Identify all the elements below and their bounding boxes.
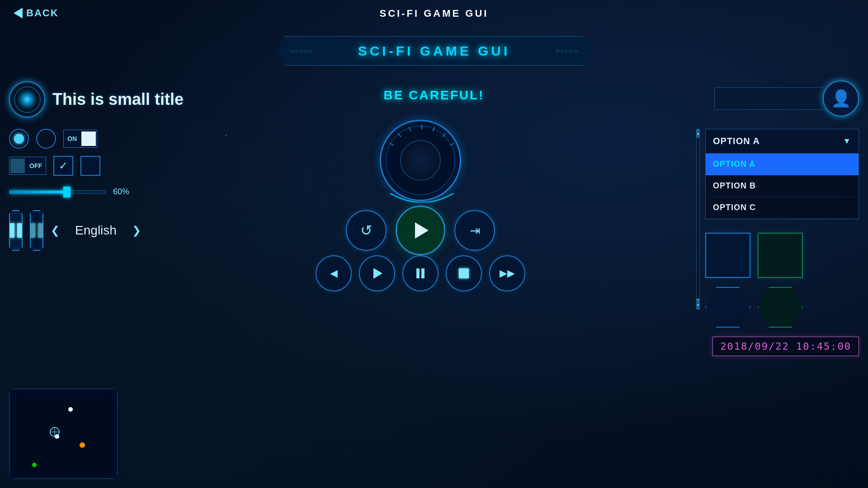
dropdown-container: OPTION A ▼ OPTION A OPTION B OPTION C (705, 129, 859, 219)
slider-thumb (63, 187, 71, 197)
radio-toggle-row: ON OFF ✓ (9, 129, 136, 176)
pause-icon-bottom (416, 268, 425, 278)
toggle-on-label: ON (64, 135, 80, 142)
user-icon: 👤 (831, 89, 851, 108)
lang-next-button[interactable]: ❯ (132, 224, 141, 237)
prev-icon: ◀ (330, 267, 338, 279)
next-button[interactable] (359, 255, 395, 291)
header-title: SCI-FI GAME GUI (358, 43, 510, 59)
circle-inner (21, 93, 33, 106)
dial-knob[interactable] (380, 120, 461, 201)
svg-line-9 (450, 143, 454, 145)
dial-container (380, 120, 461, 201)
square-button-1[interactable] (705, 233, 750, 278)
checkbox-unchecked[interactable] (80, 156, 100, 176)
svg-line-3 (390, 143, 394, 145)
scroll-container: ▲ ▼ (696, 129, 700, 310)
toggle-on[interactable]: ON (63, 130, 97, 148)
small-title: This is small title (52, 90, 184, 109)
dropdown-arrow-icon: ▼ (843, 136, 851, 146)
dropdown-option-c[interactable]: OPTION C (706, 197, 859, 219)
svg-line-4 (398, 133, 401, 137)
hexagon-button-2[interactable] (758, 287, 803, 328)
square-button-2[interactable] (758, 233, 803, 278)
header-panel: SCI-FI GAME GUI (276, 36, 592, 66)
bottom-controls: ◀ ▶▶ (316, 255, 525, 291)
stop-button[interactable] (446, 255, 482, 291)
left-controls: ON OFF ✓ 60% (9, 129, 136, 479)
replay-button[interactable]: ↺ (346, 210, 387, 251)
pause-bar-b-right (421, 268, 425, 278)
prev-button[interactable]: ◀ (316, 255, 352, 291)
toggle-off-label: OFF (26, 162, 46, 169)
right-top-panel: 👤 (714, 80, 859, 117)
dropdown-selected: OPTION A (713, 136, 760, 146)
scroll-down-button[interactable]: ▼ (696, 300, 700, 310)
top-bar: SCI-FI GAME GUI (0, 0, 868, 27)
pause-row: ❮ English ❯ (9, 210, 136, 251)
pause-bar2-right (38, 223, 42, 238)
scroll-track (696, 138, 700, 300)
pause-button-bottom[interactable] (402, 255, 439, 291)
dropdown-option-a[interactable]: OPTION A (706, 154, 859, 175)
lang-prev-button[interactable]: ❮ (51, 224, 60, 237)
main-area: ON OFF ✓ 60% (9, 129, 859, 479)
slider-row: 60% (9, 187, 136, 197)
radio-button-2[interactable] (36, 129, 56, 149)
radio-button-1[interactable] (9, 129, 29, 149)
fast-forward-icon: ▶▶ (500, 267, 515, 279)
right-panel: OPTION A ▼ OPTION A OPTION B OPTION C (705, 129, 859, 479)
fast-forward-button[interactable]: ▶▶ (489, 255, 525, 291)
back-button[interactable]: BACK (14, 7, 59, 19)
checkbox-checked[interactable]: ✓ (53, 156, 73, 176)
dropdown-option-b[interactable]: OPTION B (706, 175, 859, 197)
pause-bar-left (10, 223, 14, 238)
toggle-off[interactable]: OFF (9, 157, 46, 175)
datetime-container: 2018/09/22 10:45:00 (705, 337, 859, 356)
center-area: ▲ ▼ (145, 129, 696, 479)
slider-track[interactable] (9, 190, 106, 194)
be-careful-label: BE CAREFUL! (384, 88, 485, 103)
toggle-off-thumb (10, 159, 25, 173)
exit-icon: ⇥ (470, 223, 480, 238)
toggle-on-thumb (81, 131, 96, 146)
option-c-label: OPTION C (713, 203, 756, 212)
back-label: BACK (26, 7, 59, 19)
top-title: SCI-FI GAME GUI (380, 8, 489, 19)
dial-svg (381, 121, 462, 202)
pause-button-2[interactable] (30, 210, 43, 251)
user-avatar[interactable]: 👤 (823, 80, 859, 117)
slider-fill (9, 191, 67, 193)
option-b-label: OPTION B (713, 181, 756, 191)
pause-icon-1 (10, 223, 22, 238)
pause-button-1[interactable] (9, 210, 23, 251)
hexagon-row (705, 287, 859, 328)
play-button[interactable] (396, 206, 445, 255)
pause-icon-2 (31, 223, 42, 238)
hexagon-button-1[interactable] (705, 287, 750, 328)
aim-reticle (48, 425, 61, 439)
shape-buttons-row (705, 233, 859, 278)
svg-line-5 (409, 127, 410, 131)
pause-bar-right (17, 223, 22, 238)
next-icon (373, 268, 382, 279)
language-label: English (69, 223, 123, 238)
play-icon (415, 222, 429, 239)
dot-white (68, 407, 73, 412)
dropdown-list: OPTION A OPTION B OPTION C (705, 154, 859, 219)
checkmark-icon: ✓ (59, 160, 68, 172)
dot-orange (80, 442, 85, 448)
scroll-up-button[interactable]: ▲ (696, 129, 700, 138)
right-top-bar (714, 87, 823, 110)
language-selector: ❮ English ❯ (51, 223, 141, 238)
media-controls: ↺ ⇥ (346, 206, 495, 255)
pause-bar-b-left (416, 268, 420, 278)
dropdown-header[interactable]: OPTION A ▼ (705, 129, 859, 154)
circle-icon (9, 81, 45, 117)
svg-line-8 (443, 133, 445, 137)
datetime-display: 2018/09/22 10:45:00 (712, 337, 859, 356)
scroll-indicator (697, 299, 699, 300)
exit-button[interactable]: ⇥ (454, 210, 495, 251)
svg-line-7 (433, 127, 434, 131)
left-title-panel: This is small title (9, 79, 231, 120)
